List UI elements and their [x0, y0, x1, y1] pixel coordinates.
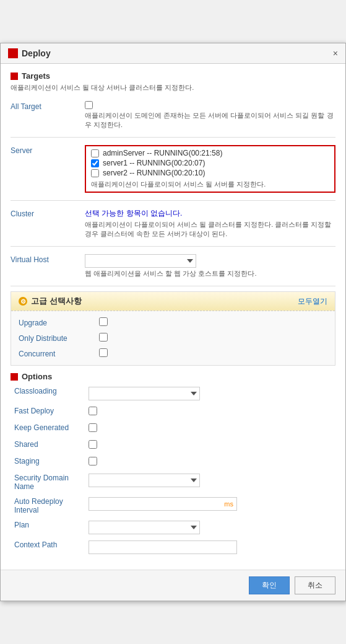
- only-distribute-checkbox[interactable]: [99, 333, 108, 342]
- keep-generated-value: [85, 420, 335, 437]
- security-domain-label: Security Domain Name: [11, 470, 85, 494]
- cluster-desc: 애플리케이션이 다플로이되어 서비스 될 클러스터를 지정한다. 클러스터를 지…: [85, 220, 335, 239]
- concurrent-row: Concurrent: [11, 346, 335, 361]
- server-admin-checkbox[interactable]: [91, 149, 99, 157]
- upgrade-checkbox[interactable]: [99, 317, 108, 326]
- cluster-value: 선택 가능한 항목이 없습니다. 애플리케이션이 다플로이되어 서비스 될 클러…: [85, 208, 335, 239]
- plan-row: Plan: [11, 518, 335, 537]
- keep-generated-label: Keep Generated: [11, 420, 85, 437]
- dialog-title: Deploy: [22, 48, 51, 58]
- only-distribute-row: Only Distribute: [11, 330, 335, 346]
- divider-3: [11, 246, 335, 247]
- targets-header: Targets: [11, 71, 335, 81]
- fast-deploy-label: Fast Deploy: [11, 404, 85, 420]
- server1-label: server1 -- RUNNING(00:20:07): [103, 159, 205, 167]
- all-target-row: All Target 애플리케이션이 도메인에 존재하는 모든 서버에 다플로이…: [11, 99, 335, 132]
- concurrent-checkbox[interactable]: [99, 348, 108, 357]
- advanced-header: ⚙ 고급 선택사항 모두열기: [11, 292, 335, 311]
- keep-generated-row: Keep Generated: [11, 420, 335, 437]
- options-icon: [11, 373, 18, 381]
- staging-value: [85, 454, 335, 470]
- fast-deploy-row: Fast Deploy: [11, 404, 335, 420]
- plan-select[interactable]: [89, 521, 200, 534]
- auto-redeploy-input[interactable]: [89, 497, 237, 511]
- divider-1: [11, 137, 335, 138]
- security-domain-select[interactable]: [89, 474, 200, 487]
- virtual-host-value: 웹 애플리케이션을 서비스 할 웹 가상 호스트를 지정한다.: [85, 254, 335, 278]
- ms-suffix: ms: [224, 500, 233, 508]
- server1-checkbox[interactable]: [91, 159, 99, 167]
- concurrent-value: [99, 348, 327, 359]
- dialog-body: Targets 애플리케이션이 서비스 될 대상 서버나 클러스터를 지정한다.…: [1, 64, 345, 570]
- options-header: Options: [11, 372, 335, 381]
- all-target-check-row: [85, 101, 335, 109]
- title-content: Deploy: [8, 48, 51, 58]
- context-path-input[interactable]: [89, 540, 237, 554]
- server-item-2: server1 -- RUNNING(00:20:07): [91, 159, 329, 167]
- title-bar: Deploy ×: [1, 43, 345, 64]
- upgrade-value: [99, 317, 327, 328]
- server-admin-label: adminServer -- RUNNING(00:21:58): [103, 149, 222, 157]
- options-title: Options: [22, 372, 52, 381]
- staging-row: Staging: [11, 454, 335, 470]
- server2-checkbox[interactable]: [91, 169, 99, 177]
- classloading-value: [85, 384, 335, 404]
- context-path-label: Context Path: [11, 537, 85, 557]
- context-path-value: [85, 537, 335, 557]
- advanced-body: Upgrade Only Distribute Concurrent: [11, 311, 335, 365]
- context-path-row: Context Path: [11, 537, 335, 557]
- virtual-host-label: Virtual Host: [11, 254, 85, 264]
- fast-deploy-checkbox[interactable]: [89, 407, 97, 415]
- upgrade-row: Upgrade: [11, 315, 335, 330]
- options-section: Options Classloading Fast Deploy: [11, 372, 335, 557]
- all-target-checkbox[interactable]: [85, 101, 93, 109]
- shared-value: [85, 437, 335, 454]
- cluster-no-items: 선택 가능한 항목이 없습니다.: [85, 208, 335, 219]
- targets-desc: 애플리케이션이 서비스 될 대상 서버나 클러스터를 지정한다.: [11, 83, 335, 92]
- virtual-host-select[interactable]: [85, 254, 196, 268]
- classloading-row: Classloading: [11, 384, 335, 404]
- all-target-desc: 애플리케이션이 도메인에 존재하는 모든 서버에 다플로이되어 서비스 되길 원…: [85, 111, 335, 130]
- deploy-icon: [8, 48, 18, 58]
- classloading-label: Classloading: [11, 384, 85, 404]
- options-table: Classloading Fast Deploy Keep Generated: [11, 384, 335, 557]
- auto-redeploy-label: Auto Redeploy Interval: [11, 494, 85, 518]
- security-domain-value: [85, 470, 335, 494]
- server-box: adminServer -- RUNNING(00:21:58) server1…: [85, 145, 335, 193]
- cluster-row: Cluster 선택 가능한 항목이 없습니다. 애플리케이션이 다플로이되어 …: [11, 206, 335, 241]
- advanced-section: ⚙ 고급 선택사항 모두열기 Upgrade Only Distribute: [11, 291, 335, 366]
- close-button[interactable]: ×: [333, 49, 338, 58]
- confirm-button[interactable]: 확인: [249, 576, 290, 594]
- plan-value: [85, 518, 335, 537]
- staging-label: Staging: [11, 454, 85, 470]
- server-item-3: server2 -- RUNNING(00:20:10): [91, 169, 329, 177]
- only-distribute-value: [99, 333, 327, 343]
- deploy-dialog: Deploy × Targets 애플리케이션이 서비스 될 대상 서버나 클러…: [0, 43, 346, 601]
- advanced-title: 고급 선택사항: [31, 296, 82, 307]
- server-item-1: adminServer -- RUNNING(00:21:58): [91, 149, 329, 157]
- virtual-host-row: Virtual Host 웹 애플리케이션을 서비스 할 웹 가상 호스트를 지…: [11, 252, 335, 281]
- auto-redeploy-value: ms: [85, 494, 335, 518]
- upgrade-label: Upgrade: [19, 319, 99, 327]
- ms-input-wrapper: ms: [89, 497, 237, 511]
- expand-link[interactable]: 모두열기: [298, 296, 327, 307]
- server-value: adminServer -- RUNNING(00:21:58) server1…: [85, 145, 335, 193]
- staging-checkbox[interactable]: [89, 457, 97, 465]
- server-desc: 애플리케이션이 다플로이되어 서비스 될 서버를 지정한다.: [91, 180, 329, 189]
- server-row: Server adminServer -- RUNNING(00:21:58) …: [11, 143, 335, 195]
- classloading-select[interactable]: [89, 387, 200, 400]
- only-distribute-label: Only Distribute: [19, 334, 99, 343]
- cancel-button[interactable]: 취소: [295, 576, 335, 594]
- server-label: Server: [11, 145, 85, 155]
- security-domain-row: Security Domain Name: [11, 470, 335, 494]
- fast-deploy-value: [85, 404, 335, 420]
- shared-checkbox[interactable]: [89, 440, 97, 449]
- keep-generated-checkbox[interactable]: [89, 423, 97, 432]
- advanced-header-left: ⚙ 고급 선택사항: [19, 296, 82, 307]
- auto-redeploy-row: Auto Redeploy Interval ms: [11, 494, 335, 518]
- all-target-label: All Target: [11, 101, 85, 111]
- cluster-label: Cluster: [11, 208, 85, 218]
- divider-4: [11, 286, 335, 286]
- concurrent-label: Concurrent: [19, 350, 99, 358]
- targets-title: Targets: [22, 71, 50, 81]
